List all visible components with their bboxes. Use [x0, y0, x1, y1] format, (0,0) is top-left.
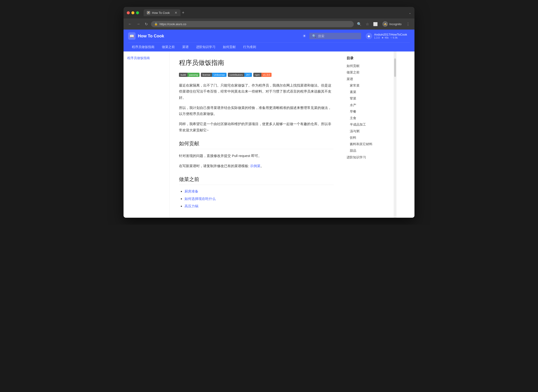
badge-contributors: contributors 287 [228, 73, 252, 77]
url-text: https://cook.aiurs.co [159, 22, 186, 26]
traffic-lights [127, 11, 139, 14]
search-toolbar-button[interactable]: 🔍 [356, 21, 363, 27]
more-menu-button[interactable]: ⋮ [405, 21, 411, 27]
toc-link-soup[interactable]: 汤与粥 [350, 130, 360, 133]
toc-link-advanced[interactable]: 进阶知识学习 [346, 156, 366, 159]
list-item-choose: 如何选择现在吃什么 [184, 196, 334, 201]
toc-link-breakfast[interactable]: 早餐 [350, 110, 356, 113]
minimize-button[interactable] [131, 11, 134, 14]
contribute-text-1: 针对发现的问题，直接修改并提交 Pull request 即可。 [179, 153, 334, 159]
toc-item-vegetarian: 素菜 [346, 90, 390, 94]
toc-item-contribute: 如何贡献 [346, 64, 390, 68]
incognito-icon: 🕵 [382, 21, 388, 27]
badge-contributors-right: 287 [244, 73, 252, 77]
scrollbar-thumb [394, 58, 396, 77]
badge-npm-left: npm [253, 73, 261, 77]
github-stats: 1.3.0 ★ 46k ⑂ 6.9k [374, 36, 407, 39]
search-box[interactable]: 🔍 [309, 33, 361, 39]
page-content: 📖 How To Cook ☀ 🔍 ◆ Anduin2017/HowToCook… [124, 30, 414, 218]
toc-item-advanced: 进阶知识学习 [346, 155, 390, 160]
search-input[interactable] [318, 34, 358, 38]
toc-link-dessert[interactable]: 甜品 [350, 149, 356, 152]
browser-tab[interactable]: 🍳 How To Cook ✕ [144, 9, 181, 16]
toc-link-contribute[interactable]: 如何贡献 [346, 64, 360, 68]
site-nav: 程序员做饭指南 做菜之前 菜谱 进阶知识学习 如何贡献 行为准则 [128, 42, 410, 51]
title-bar: 🍳 How To Cook ✕ + ⌄ [124, 7, 414, 19]
toc-item-dessert: 甜品 [346, 149, 390, 153]
back-button[interactable]: ← [127, 21, 133, 27]
logo-icon: 📖 [128, 32, 136, 40]
badge-license-left: license [201, 73, 212, 77]
toolbar-actions: 🔍 ☆ ⬜ 🕵 Incognito ⋮ [356, 20, 411, 28]
intro-paragraph-3: 同样，我希望它是一个由社区驱动和维护的开源项目，使更多人能够一起做一个有趣的仓库… [179, 121, 334, 133]
toc-item-breakfast: 早餐 [346, 109, 390, 114]
browser-toolbar: ← → ↻ 🔒 https://cook.aiurs.co 🔍 ☆ ⬜ 🕵 In… [124, 19, 414, 30]
toc-link-drinks[interactable]: 饮料 [350, 136, 356, 140]
nav-item-before[interactable]: 做菜之前 [158, 43, 178, 51]
before-cooking-list: 厨房准备 如何选择现在吃什么 高压力锅 [179, 189, 334, 209]
nav-item-recipes[interactable]: 菜谱 [178, 43, 192, 51]
right-scrollbar[interactable] [394, 51, 397, 218]
toc-link-sauce[interactable]: 酱料和其它材料 [350, 142, 372, 146]
nav-item-guide[interactable]: 程序员做饭指南 [128, 43, 158, 51]
github-forks: ⑂ 6.9k [390, 36, 398, 39]
nav-item-contribute[interactable]: 如何贡献 [219, 43, 239, 51]
maximize-button[interactable] [136, 11, 139, 14]
tab-favicon: 🍳 [147, 11, 150, 14]
badge-build-left: build [179, 73, 187, 77]
toc-link-before[interactable]: 做菜之前 [346, 71, 360, 74]
toc-title: 目录 [346, 56, 390, 61]
toc-link-seafood[interactable]: 水产 [350, 103, 356, 107]
contribute-suffix: 。 [261, 164, 264, 168]
address-bar[interactable]: 🔒 https://cook.aiurs.co [151, 21, 354, 27]
toc-link-staple[interactable]: 主食 [350, 116, 356, 120]
section-heading-before-cooking: 做菜之前 [179, 176, 334, 185]
site-logo[interactable]: 📖 How To Cook [128, 32, 164, 40]
tab-close-icon[interactable]: ✕ [175, 11, 177, 14]
contribute-text-2: 在写新菜谱时，请复制并修改已有的菜谱模板: 示例菜。 [179, 163, 334, 169]
page-title: 程序员做饭指南 [179, 58, 334, 67]
toc-link-recipes[interactable]: 菜谱 [346, 77, 353, 81]
tab-overview-button[interactable]: ⬜ [372, 21, 379, 27]
github-version: 1.3.0 [374, 36, 380, 39]
intro-paragraph-2: 所以，我计划自己搜寻菜谱并结合实际做菜的经验，准备用更清晰精准的描述来整理常见菜… [179, 105, 334, 117]
close-button[interactable] [127, 11, 130, 14]
pressure-link[interactable]: 高压力锅 [184, 204, 198, 208]
nav-item-advanced[interactable]: 进阶知识学习 [192, 43, 219, 51]
search-icon: 🔍 [312, 34, 316, 38]
list-item-kitchen: 厨房准备 [184, 189, 334, 194]
contribute-prefix: 在写新菜谱时，请复制并修改已有的菜谱模板: [179, 164, 250, 168]
main-content: 程序员做饭指南 build passing license Unlicense … [170, 51, 343, 218]
new-tab-button[interactable]: + [182, 10, 184, 15]
toc-link-meat[interactable]: 荤菜 [350, 97, 356, 100]
toc-link-semi[interactable]: 半成品加工 [350, 123, 366, 126]
badge-npm-right: v1.3.0 [261, 73, 271, 77]
sidebar-current-link[interactable]: 程序员做饭指南 [127, 56, 150, 60]
toc-link-vegetarian[interactable]: 素菜 [350, 90, 356, 94]
reload-button[interactable]: ↻ [143, 21, 149, 27]
choose-link[interactable]: 如何选择现在吃什么 [184, 197, 216, 201]
forward-button[interactable]: → [135, 21, 141, 27]
intro-paragraph-1: 最近在家隔离，出不了门。只能宅在家做饭了。作为程序员，我偶尔在网上找找菜谱和做法… [179, 82, 334, 101]
github-stars: ★ 46k [381, 36, 388, 39]
tab-title: How To Cook [152, 11, 170, 14]
github-repo-name: Anduin2017/HowToCook [374, 33, 407, 36]
toc-link-homestyle[interactable]: 家常菜 [350, 84, 360, 87]
main-layout: 程序员做饭指南 程序员做饭指南 build passing license Un… [124, 51, 414, 218]
incognito-menu[interactable]: 🕵 Incognito [380, 20, 403, 28]
theme-toggle-button[interactable]: ☀ [303, 33, 306, 38]
site-logo-text: How To Cook [138, 34, 164, 38]
example-recipe-link[interactable]: 示例菜 [250, 164, 261, 168]
kitchen-link[interactable]: 厨房准备 [184, 189, 198, 193]
toc-item-seafood: 水产 [346, 103, 390, 107]
badge-npm: npm v1.3.0 [253, 73, 271, 77]
bookmark-button[interactable]: ☆ [364, 21, 370, 27]
nav-item-conduct[interactable]: 行为准则 [239, 43, 260, 51]
toc-item-soup: 汤与粥 [346, 129, 390, 134]
site-header: 📖 How To Cook ☀ 🔍 ◆ Anduin2017/HowToCook… [124, 30, 414, 51]
tab-expand-icon: ⌄ [409, 11, 411, 14]
badge-build-right: passing [187, 73, 200, 77]
github-link[interactable]: ◆ Anduin2017/HowToCook 1.3.0 ★ 46k ⑂ 6.9… [366, 33, 407, 39]
list-item-pressure: 高压力锅 [184, 203, 334, 209]
badge-build: build passing [179, 73, 200, 77]
